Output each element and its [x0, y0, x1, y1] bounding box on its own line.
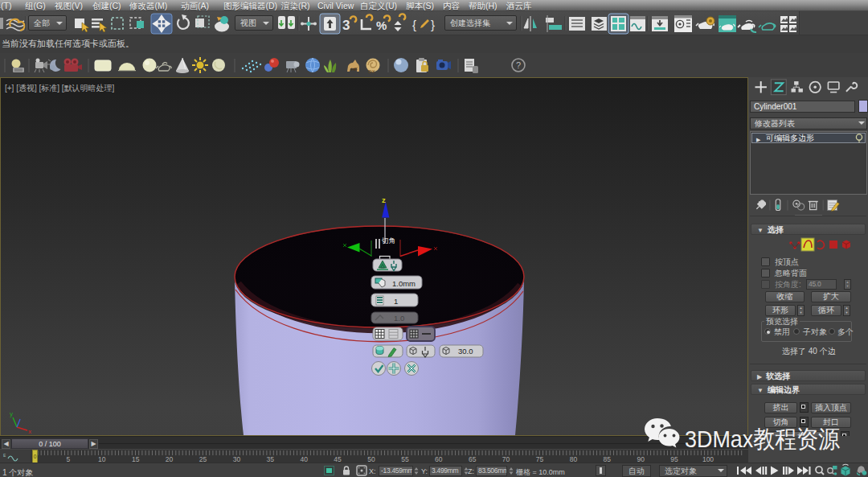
svg-text:1: 1: [394, 297, 398, 306]
svg-text:1.0: 1.0: [394, 314, 404, 323]
svg-text:0: 0: [34, 454, 37, 459]
svg-text:OX: OX: [368, 69, 375, 74]
svg-text:切角: 切角: [381, 236, 395, 245]
svg-text:}: }: [431, 18, 435, 31]
svg-text:{: {: [412, 18, 416, 31]
svg-text:x: x: [28, 428, 31, 435]
svg-text:3: 3: [342, 18, 350, 33]
svg-text:?: ?: [516, 60, 521, 70]
svg-text:HF: HF: [351, 67, 358, 72]
svg-text:1.0mm: 1.0mm: [392, 279, 416, 288]
svg-text:z: z: [382, 195, 386, 204]
svg-text:%: %: [376, 19, 387, 32]
svg-text:y: y: [10, 410, 13, 417]
svg-text:E: E: [3, 453, 6, 458]
svg-text:30.0: 30.0: [458, 347, 473, 356]
svg-text:3DMax教程资源: 3DMax教程资源: [685, 426, 840, 452]
